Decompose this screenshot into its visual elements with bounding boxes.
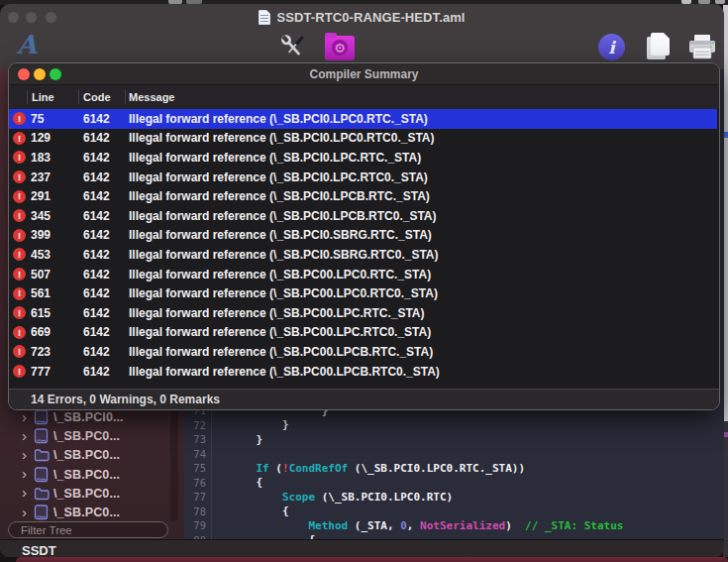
- error-icon-cell: !: [9, 268, 27, 281]
- code-line: 73 }: [184, 432, 724, 447]
- cell-line: 507: [27, 268, 79, 281]
- cell-line: 291: [27, 189, 79, 203]
- tree-item[interactable]: ›\_SB.PCI0...: [0, 408, 170, 427]
- disclosure-chevron-icon[interactable]: ›: [22, 428, 34, 443]
- error-row[interactable]: !6696142Illegal forward reference (\_SB.…: [9, 323, 717, 343]
- info-icon[interactable]: i: [598, 34, 625, 60]
- cell-code: 6142: [79, 151, 125, 165]
- window-title: SSDT-RTC0-RANGE-HEDT.aml: [276, 10, 465, 25]
- tree-item[interactable]: ›\_SB.PC0...: [0, 465, 170, 484]
- error-row[interactable]: !3996142Illegal forward reference (\_SB.…: [9, 226, 717, 246]
- tools-icon[interactable]: [278, 32, 308, 63]
- cell-line: 777: [27, 365, 79, 379]
- code-text: }: [211, 433, 262, 446]
- background-window-bottom-edge: [16, 557, 728, 562]
- error-icon: !: [13, 209, 26, 222]
- error-icon: !: [13, 326, 26, 339]
- error-row[interactable]: !7236142Illegal forward reference (\_SB.…: [9, 342, 717, 362]
- code-token: // _STA: Status: [525, 519, 623, 532]
- tree-item[interactable]: ›\_SB.PC0...: [0, 484, 170, 503]
- code-token: !: [282, 462, 289, 475]
- cell-message: Illegal forward reference (\_SB.PC00.LPC…: [125, 268, 717, 281]
- error-row[interactable]: !2916142Illegal forward reference (\_SB.…: [9, 186, 717, 206]
- error-row[interactable]: !1836142Illegal forward reference (\_SB.…: [9, 148, 717, 168]
- scrollbar-marker: [724, 432, 728, 437]
- error-icon-cell: !: [9, 209, 27, 222]
- cell-message: Illegal forward reference (\_SB.PCI0.LPC…: [125, 170, 717, 184]
- code-token: ): [505, 519, 512, 532]
- error-icon: !: [13, 345, 26, 358]
- error-row[interactable]: !4536142Illegal forward reference (\_SB.…: [9, 245, 717, 265]
- cell-line: 75: [27, 112, 79, 126]
- scrollbar-marker: [724, 132, 728, 138]
- tree-item-label: \_SB.PC0...: [53, 448, 120, 462]
- error-icon-cell: !: [9, 151, 27, 164]
- summary-footer: 14 Errors, 0 Warnings, 0 Remarks: [9, 389, 719, 409]
- cell-message: Illegal forward reference (\_SB.PC00.LPC…: [125, 306, 717, 320]
- error-row[interactable]: !3456142Illegal forward reference (\_SB.…: [9, 206, 717, 226]
- code-token: (\_SB.PCI0.LPC0.RTC): [315, 491, 453, 504]
- column-separator: [27, 90, 28, 104]
- error-row[interactable]: !6156142Illegal forward reference (\_SB.…: [9, 303, 717, 323]
- error-icon-cell: !: [9, 132, 27, 145]
- code-token: 0: [400, 519, 407, 532]
- cell-line: 615: [27, 306, 79, 320]
- tree-item[interactable]: ›\_SB.PC0...: [0, 427, 170, 446]
- documents-icon[interactable]: [647, 32, 673, 61]
- column-header-code[interactable]: Code: [79, 91, 125, 103]
- code-text: Scope (\_SB.PCI0.LPC0.RTC): [211, 491, 453, 504]
- cell-code: 6142: [79, 209, 125, 223]
- code-token: If: [257, 462, 269, 475]
- cell-message: Illegal forward reference (\_SB.PCI0.LPC…: [125, 112, 717, 126]
- folder-icon: [34, 448, 53, 462]
- code-block: 71 }72 }73 }7475 If (!CondRefOf (\_SB.PC…: [184, 403, 724, 539]
- table-type-label: SSDT: [22, 543, 56, 557]
- code-token: {: [230, 476, 262, 489]
- filter-field[interactable]: [8, 521, 168, 538]
- cell-line: 237: [27, 170, 79, 184]
- filter-input[interactable]: [19, 523, 175, 537]
- column-header-message[interactable]: Message: [125, 91, 719, 103]
- error-icon-cell: !: [9, 170, 27, 183]
- column-header-line[interactable]: Line: [27, 91, 79, 103]
- cell-code: 6142: [79, 365, 125, 379]
- tree-item-label: \_SB.PC0...: [53, 487, 120, 501]
- print-icon[interactable]: [687, 35, 717, 60]
- error-row[interactable]: !5616142Illegal forward reference (\_SB.…: [9, 283, 717, 303]
- column-separator: [78, 90, 79, 104]
- cell-message: Illegal forward reference (\_SB.PCI0.SBR…: [125, 228, 717, 242]
- error-row[interactable]: !1296142Illegal forward reference (\_SB.…: [9, 129, 717, 149]
- code-token: }: [230, 418, 289, 431]
- code-text: {: [211, 476, 262, 489]
- cell-line: 669: [27, 325, 79, 339]
- patch-folder-icon[interactable]: ⚙: [325, 36, 355, 60]
- column-separator: [125, 90, 126, 104]
- document-icon: [34, 505, 53, 520]
- cell-message: Illegal forward reference (\_SB.PCI0.LPC…: [125, 131, 717, 145]
- disclosure-chevron-icon[interactable]: ›: [22, 505, 34, 519]
- font-icon[interactable]: A: [17, 30, 37, 59]
- tree-item-label: \_SB.PCI0...: [53, 410, 124, 424]
- tree-item[interactable]: ›\_SB.PC0...: [0, 504, 170, 522]
- disclosure-chevron-icon[interactable]: ›: [22, 485, 34, 500]
- cell-code: 6142: [79, 228, 125, 242]
- error-icon-cell: !: [9, 112, 27, 125]
- disclosure-chevron-icon[interactable]: ›: [22, 447, 34, 462]
- code-token: ,: [407, 519, 420, 532]
- code-token: [230, 519, 308, 532]
- cell-code: 6142: [79, 306, 125, 320]
- error-row[interactable]: !756142Illegal forward reference (\_SB.P…: [9, 109, 717, 129]
- panel-title: Compiler Summary: [9, 63, 719, 84]
- error-row[interactable]: !7776142Illegal forward reference (\_SB.…: [9, 362, 717, 382]
- error-row[interactable]: !2376142Illegal forward reference (\_SB.…: [9, 168, 717, 187]
- cell-line: 561: [27, 286, 79, 300]
- tree-item[interactable]: ›\_SB.PC0...: [0, 446, 170, 465]
- error-row[interactable]: !5076142Illegal forward reference (\_SB.…: [9, 265, 717, 284]
- cell-code: 6142: [79, 248, 125, 262]
- error-icon-cell: !: [9, 229, 27, 242]
- disclosure-chevron-icon[interactable]: ›: [22, 466, 34, 481]
- disclosure-chevron-icon[interactable]: ›: [22, 409, 34, 424]
- code-token: (: [269, 462, 282, 475]
- code-token: [230, 491, 282, 504]
- line-number: 77: [184, 491, 211, 503]
